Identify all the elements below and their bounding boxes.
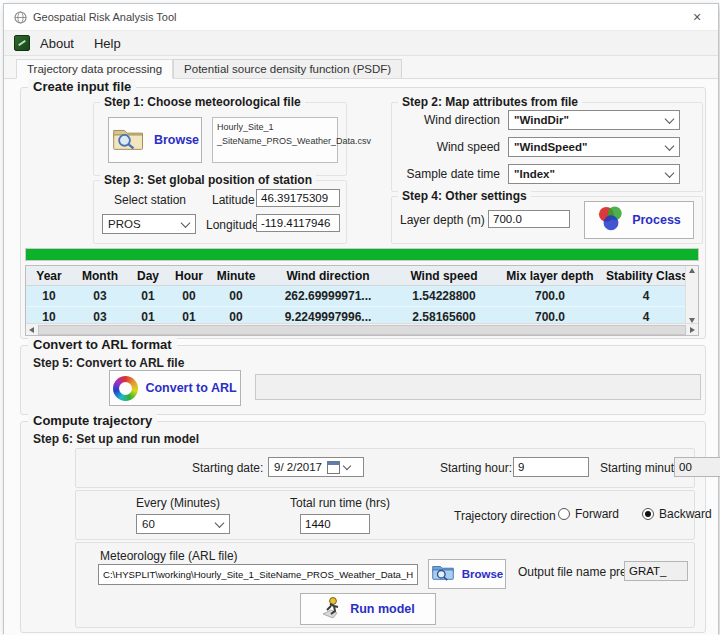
table-cell: 4 xyxy=(606,310,686,324)
wind-direction-value: "WindDir" xyxy=(514,114,569,126)
browse-met-file-button[interactable]: Browse xyxy=(108,117,202,163)
starting-minute-label: Starting minute: xyxy=(600,461,684,475)
table-row[interactable]: 1003010000262.69999971...1.54228800700.0… xyxy=(26,286,698,307)
starting-date-label: Starting date: xyxy=(192,461,263,475)
starting-date-picker[interactable]: 9/ 2/2017 xyxy=(268,457,364,477)
table-cell: 00 xyxy=(168,289,210,303)
browse-arl-button[interactable]: Browse xyxy=(428,559,506,589)
horizontal-scrollbar[interactable] xyxy=(26,323,698,335)
table-cell: 01 xyxy=(128,289,168,303)
chevron-down-icon xyxy=(665,114,675,124)
column-header[interactable]: Stability Class xyxy=(606,269,686,283)
every-minutes-select[interactable]: 60 xyxy=(136,514,230,534)
tab-trajectory-data-processing[interactable]: Trajectory data processing xyxy=(16,59,173,79)
wind-speed-label: Wind speed xyxy=(410,140,500,154)
column-header[interactable]: Minute xyxy=(210,269,262,283)
wind-speed-select[interactable]: "WindSpeed" xyxy=(508,137,680,157)
step6-title: Step 6: Set up and run model xyxy=(33,432,199,446)
backward-label: Backward xyxy=(659,507,712,521)
column-header[interactable]: Year xyxy=(26,269,72,283)
process-label: Process xyxy=(632,213,681,227)
trajectory-direction-label: Trajectory direction xyxy=(454,509,556,523)
files-panel: Meteorology file (ARL file) Browse Outpu… xyxy=(75,542,695,628)
radio-forward[interactable]: Forward xyxy=(558,507,619,521)
group-convert-arl: Convert to ARL format Step 5: Convert to… xyxy=(20,345,706,415)
column-header[interactable]: Hour xyxy=(168,269,210,283)
table-cell: 700.0 xyxy=(494,310,606,324)
table-cell: 03 xyxy=(72,289,128,303)
folder-search-icon xyxy=(111,125,147,156)
convert-progress-bar xyxy=(255,374,701,400)
wind-speed-value: "WindSpeed" xyxy=(514,141,587,153)
step1-title: Step 1: Choose meteorological file xyxy=(100,95,305,109)
output-prefix-input[interactable] xyxy=(624,561,688,581)
menu-app-icon xyxy=(14,35,30,51)
column-header[interactable]: Wind direction xyxy=(262,269,394,283)
runtime-panel: Every (Minutes) 60 Total run time (hrs) … xyxy=(75,490,695,540)
tab-psdf[interactable]: Potential source density function (PSDF) xyxy=(173,59,402,78)
table-cell: 9.2249997996... xyxy=(262,310,394,324)
blue-folder-search-icon xyxy=(431,563,455,585)
browse-label: Browse xyxy=(154,133,199,147)
group-title: Compute trajectory xyxy=(28,413,157,428)
starting-hour-label: Starting hour: xyxy=(440,461,512,475)
file-name-line2: _SiteName_PROS_Weather_Data.csv xyxy=(217,135,333,149)
select-station-label: Select station xyxy=(114,193,186,207)
layer-depth-label: Layer depth (m) xyxy=(400,213,485,227)
convert-to-arl-button[interactable]: Convert to ARL xyxy=(109,370,241,406)
station-value: PROS xyxy=(108,218,141,230)
chevron-down-icon xyxy=(181,218,191,228)
calendar-icon xyxy=(327,461,340,474)
wind-direction-select[interactable]: "WindDir" xyxy=(508,110,680,130)
process-progress-bar xyxy=(25,248,699,261)
latitude-input[interactable] xyxy=(256,189,340,207)
met-file-label: Meteorology file (ARL file) xyxy=(100,549,238,563)
scroll-right-icon[interactable] xyxy=(690,327,695,333)
total-run-time-input[interactable] xyxy=(300,514,370,534)
chevron-down-icon xyxy=(665,141,675,151)
table-header-row: YearMonthDayHourMinuteWind directionWind… xyxy=(26,266,698,286)
process-button[interactable]: Process xyxy=(584,201,694,239)
close-button[interactable]: × xyxy=(676,4,718,30)
tab-page: Create input file Step 1: Choose meteoro… xyxy=(4,79,718,635)
longitude-input[interactable] xyxy=(256,214,340,232)
column-header[interactable]: Wind speed xyxy=(394,269,494,283)
column-header[interactable]: Month xyxy=(72,269,128,283)
latitude-label: Latitude xyxy=(212,193,255,207)
column-header[interactable]: Day xyxy=(128,269,168,283)
layer-depth-input[interactable] xyxy=(488,210,570,228)
sample-date-time-select[interactable]: "Index" xyxy=(508,164,680,184)
scrollbar-thumb[interactable] xyxy=(38,325,686,335)
radio-circle-icon xyxy=(558,508,570,520)
title-bar: Geospatial Risk Analysis Tool × xyxy=(4,4,718,31)
every-minutes-label: Every (Minutes) xyxy=(136,496,220,510)
table-cell: 00 xyxy=(210,289,262,303)
run-model-button[interactable]: Run model xyxy=(300,593,436,625)
table-cell: 262.69999971... xyxy=(262,289,394,303)
step1-box: Step 1: Choose meteorological file Brows… xyxy=(93,102,347,176)
menu-help[interactable]: Help xyxy=(88,34,131,53)
scroll-up-icon[interactable] xyxy=(689,268,695,273)
met-file-input[interactable] xyxy=(98,564,418,585)
forward-label: Forward xyxy=(575,507,619,521)
menu-about[interactable]: About xyxy=(34,34,84,53)
table-cell: 2.58165600 xyxy=(394,310,494,324)
step3-title: Step 3: Set global position of station xyxy=(100,173,316,187)
chevron-down-icon xyxy=(343,462,351,470)
chevron-down-icon xyxy=(665,168,675,178)
browse-arl-label: Browse xyxy=(462,568,504,580)
chevron-down-icon xyxy=(215,518,225,528)
column-header[interactable]: Mix layer depth xyxy=(494,269,606,283)
radio-backward[interactable]: Backward xyxy=(642,507,712,521)
starting-date-value: 9/ 2/2017 xyxy=(274,461,322,473)
vertical-scrollbar[interactable] xyxy=(685,266,698,325)
tab-strip: Trajectory data processing Potential sou… xyxy=(4,56,718,79)
starting-minute-input[interactable] xyxy=(674,457,720,477)
group-title: Create input file xyxy=(28,79,136,94)
starting-hour-input[interactable] xyxy=(513,457,589,477)
station-select[interactable]: PROS xyxy=(102,214,196,234)
table-cell: 700.0 xyxy=(494,289,606,303)
group-title: Convert to ARL format xyxy=(28,337,177,352)
table-cell: 03 xyxy=(72,310,128,324)
scroll-left-icon[interactable] xyxy=(29,327,34,333)
